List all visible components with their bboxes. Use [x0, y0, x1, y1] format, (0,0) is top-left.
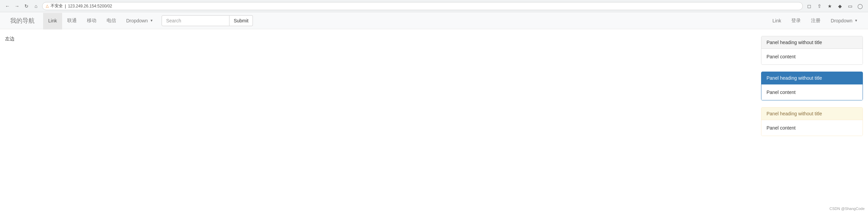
- nav-item-link[interactable]: Link: [43, 13, 62, 30]
- extensions-button[interactable]: ◆: [836, 2, 844, 10]
- cast-button[interactable]: ◻: [806, 2, 813, 10]
- dropdown-label: Dropdown: [126, 18, 148, 23]
- left-label: 左边: [5, 36, 15, 41]
- nav-item-dianxin[interactable]: 电信: [101, 13, 121, 30]
- right-dropdown-chevron-icon: ▼: [854, 19, 858, 22]
- profile-button[interactable]: ◯: [856, 2, 864, 10]
- forward-button[interactable]: →: [14, 3, 20, 9]
- left-section: 左边: [5, 36, 761, 192]
- home-button[interactable]: ⌂: [33, 3, 39, 9]
- separator: |: [65, 4, 66, 8]
- search-input[interactable]: [162, 15, 229, 26]
- navbar-brand[interactable]: 我的导航: [5, 15, 40, 26]
- panel-default-body: Panel content: [761, 49, 863, 64]
- nav-items-left: Link 联通 移动 电信 Dropdown ▼: [43, 12, 158, 29]
- back-button[interactable]: ←: [4, 3, 11, 9]
- nav-right-link[interactable]: Link: [768, 13, 787, 30]
- nav-right-dropdown[interactable]: Dropdown ▼: [826, 13, 863, 30]
- bookmark-button[interactable]: ★: [826, 2, 833, 10]
- url-text: 123.249.26.154:5200/02: [68, 4, 112, 8]
- panel-warning: Panel heading without title Panel conten…: [761, 107, 863, 136]
- main-content: 左边 Panel heading without title Panel con…: [0, 29, 868, 199]
- panel-warning-heading: Panel heading without title: [761, 108, 863, 120]
- right-dropdown-label: Dropdown: [831, 18, 852, 23]
- nav-item-liantong[interactable]: 联通: [62, 13, 82, 30]
- address-bar[interactable]: △ 不安全 | 123.249.26.154:5200/02: [42, 2, 803, 10]
- reload-button[interactable]: ↻: [23, 3, 30, 9]
- nav-item-yidong[interactable]: 移动: [82, 13, 101, 30]
- dropdown-chevron-icon: ▼: [150, 19, 153, 22]
- right-section: Panel heading without title Panel conten…: [761, 36, 863, 192]
- share-button[interactable]: ⇧: [816, 2, 823, 10]
- nav-item-dropdown[interactable]: Dropdown ▼: [121, 13, 159, 30]
- warning-text: 不安全: [51, 3, 63, 9]
- nav-right-register[interactable]: 注册: [806, 13, 826, 30]
- browser-actions: ◻ ⇧ ★ ◆ ▭ ◯: [806, 2, 864, 10]
- panel-default: Panel heading without title Panel conten…: [761, 36, 863, 65]
- navbar-right: Link 登录 注册 Dropdown ▼: [768, 12, 863, 29]
- security-warning-icon: △: [46, 4, 49, 8]
- navbar: 我的导航 Link 联通 移动 电信 Dropdown ▼ Submit Lin…: [0, 12, 868, 29]
- split-view-button[interactable]: ▭: [846, 2, 854, 10]
- panel-primary-heading: Panel heading without title: [761, 72, 863, 84]
- panel-primary: Panel heading without title Panel conten…: [761, 72, 863, 100]
- panel-primary-body: Panel content: [761, 84, 863, 100]
- panel-warning-body: Panel content: [761, 120, 863, 136]
- submit-button[interactable]: Submit: [229, 15, 253, 26]
- nav-right-login[interactable]: 登录: [786, 13, 806, 30]
- navbar-form: Submit: [162, 15, 253, 26]
- browser-chrome: ← → ↻ ⌂ △ 不安全 | 123.249.26.154:5200/02 ◻…: [0, 0, 868, 12]
- panel-default-heading: Panel heading without title: [761, 36, 863, 49]
